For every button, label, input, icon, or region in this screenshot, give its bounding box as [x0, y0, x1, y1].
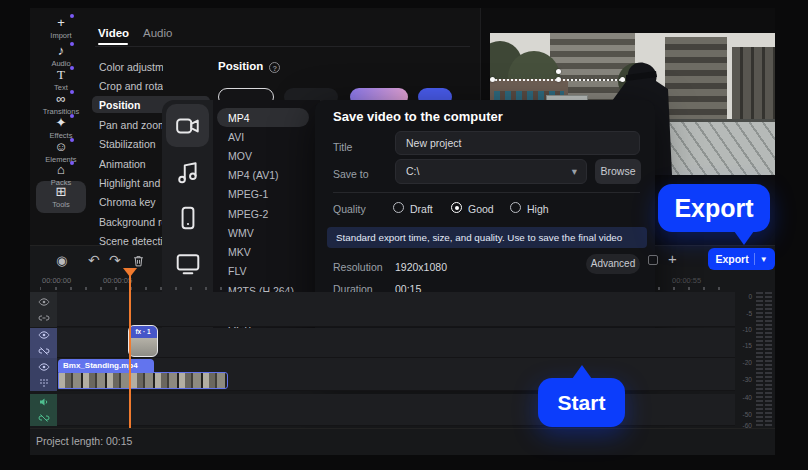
meter-label: -15 [738, 342, 752, 349]
clip-name-label[interactable]: Bmx_Standing.mp4 [58, 359, 154, 372]
selection-handle[interactable] [490, 77, 495, 82]
playhead-handle[interactable] [123, 268, 137, 277]
format-item-flv[interactable]: FLV [228, 265, 246, 277]
radio-high-label[interactable]: High [527, 203, 549, 215]
menu-item-color-adjustments[interactable]: Color adjustments [99, 61, 163, 73]
eye-icon[interactable] [38, 361, 50, 373]
menu-item-scene-detection[interactable]: Scene detection [99, 235, 163, 247]
sidebar-item-import[interactable]: + Import [34, 16, 88, 40]
meter-channel-left [756, 292, 763, 428]
menu-item-chroma-key[interactable]: Chroma key [99, 196, 163, 208]
track-row-2[interactable] [57, 328, 735, 358]
grid-icon: ⊞ [34, 185, 88, 198]
sidebar-item-text[interactable]: T Text [34, 68, 88, 92]
playhead-line[interactable] [129, 272, 131, 438]
sidebar-item-transitions[interactable]: ∞ Transitions [34, 92, 88, 116]
menu-item-position[interactable]: Position [99, 99, 163, 111]
browse-button[interactable]: Browse [595, 159, 641, 184]
format-item-mp4av1[interactable]: MP4 (AV1) [228, 169, 279, 181]
sidebar-item-elements[interactable]: ☺ Elements [34, 140, 88, 164]
menu-item-animation[interactable]: Animation [99, 158, 163, 170]
advanced-button[interactable]: Advanced [586, 254, 640, 274]
video-clip[interactable] [58, 372, 228, 389]
sidebar-item-audio[interactable]: ♪ Audio [34, 44, 88, 68]
menu-item-stabilization[interactable]: Stabilization [99, 138, 163, 150]
help-icon[interactable]: ? [269, 62, 280, 73]
premium-dot [70, 161, 74, 165]
menu-item-crop-rotate[interactable]: Crop and rotate [99, 80, 163, 92]
filters-icon[interactable] [38, 377, 50, 389]
format-item-wmv[interactable]: WMV [228, 227, 254, 239]
text-icon: T [34, 68, 88, 81]
eye-icon[interactable] [38, 296, 50, 308]
format-item-avi[interactable]: AVI [228, 131, 244, 143]
ruler-label: 00:00:05 [103, 276, 132, 285]
divider [95, 46, 470, 47]
menu-item-pan-zoom[interactable]: Pan and zoom [99, 119, 163, 131]
radio-draft-label[interactable]: Draft [410, 203, 433, 215]
fullscreen-icon[interactable] [648, 255, 658, 265]
export-button[interactable]: Export▼ [708, 248, 775, 270]
tab-underline [98, 43, 128, 45]
music-note-icon: ♪ [34, 44, 88, 57]
eye-icon[interactable] [38, 329, 50, 341]
menu-item-background-removal[interactable]: Background removal [99, 216, 163, 228]
track-header-audio[interactable] [30, 394, 57, 426]
format-item-mpeg1[interactable]: MPEG-1 [228, 188, 268, 200]
format-item-mpeg2[interactable]: MPEG-2 [228, 208, 268, 220]
tab-audio[interactable]: Audio [143, 27, 172, 39]
sidebar-item-effects[interactable]: ✦ Effects [34, 116, 88, 140]
track-row-1[interactable] [57, 292, 735, 327]
link-broken-icon[interactable] [38, 412, 50, 424]
menu-item-highlight-conceal[interactable]: Highlight and conceal [99, 177, 163, 189]
selection-handle[interactable] [556, 77, 561, 82]
link-icon[interactable] [38, 312, 50, 324]
tab-video[interactable]: Video [98, 27, 129, 39]
overlay-clip[interactable]: fx · 1 [128, 325, 158, 357]
video-camera-icon[interactable] [175, 113, 201, 139]
radio-good[interactable] [451, 202, 462, 213]
ruler-label: 00:00:00 [42, 276, 71, 285]
phone-icon[interactable] [175, 205, 201, 231]
undo-icon[interactable]: ↶ [88, 252, 100, 268]
selection-handle[interactable] [620, 77, 625, 82]
format-item-mkv[interactable]: MKV [228, 246, 251, 258]
volume-icon[interactable] [38, 396, 50, 408]
redo-icon[interactable]: ↷ [109, 252, 121, 268]
monitor-icon[interactable] [175, 251, 201, 277]
selection-handle[interactable] [556, 69, 561, 74]
radio-good-label[interactable]: Good [468, 203, 494, 215]
quality-label: Quality [333, 203, 366, 215]
trash-icon[interactable] [132, 254, 145, 268]
sidebar-item-tools[interactable]: ⊞ Tools [34, 185, 88, 209]
ruler-ticks [40, 287, 235, 290]
track-header-video[interactable] [30, 358, 57, 391]
record-button[interactable]: ◉ [56, 253, 67, 268]
radio-high[interactable] [510, 202, 521, 213]
link-broken-icon[interactable] [38, 345, 50, 357]
premium-dot [70, 114, 74, 118]
fx-badge: fx · 1 [129, 326, 157, 338]
project-length-text: Project length: 00:15 [36, 435, 132, 447]
title-input[interactable]: New project [395, 131, 640, 155]
add-track-icon[interactable]: + [668, 250, 677, 267]
divider [333, 192, 640, 193]
track-header-overlay[interactable] [30, 292, 57, 327]
resolution-label: Resolution [333, 261, 383, 273]
track-header-title[interactable] [30, 328, 57, 358]
track-row-4[interactable] [57, 394, 735, 426]
premium-dot [70, 66, 74, 70]
format-item-mp4[interactable]: MP4 [228, 112, 250, 124]
radio-draft[interactable] [393, 202, 404, 213]
premium-dot [70, 14, 74, 18]
resolution-value: 1920x1080 [395, 261, 447, 273]
chevron-down-icon[interactable]: ▼ [760, 255, 768, 264]
ruler-label: 00:00:55 [672, 276, 701, 285]
format-item-mov[interactable]: MOV [228, 150, 252, 162]
status-bar [30, 428, 775, 455]
divider [754, 253, 755, 265]
ruler-ticks [658, 287, 733, 290]
music-note-icon[interactable] [175, 160, 201, 186]
save-to-select[interactable]: C:\ ▾ [395, 159, 587, 184]
title-field-label: Title [333, 141, 352, 153]
